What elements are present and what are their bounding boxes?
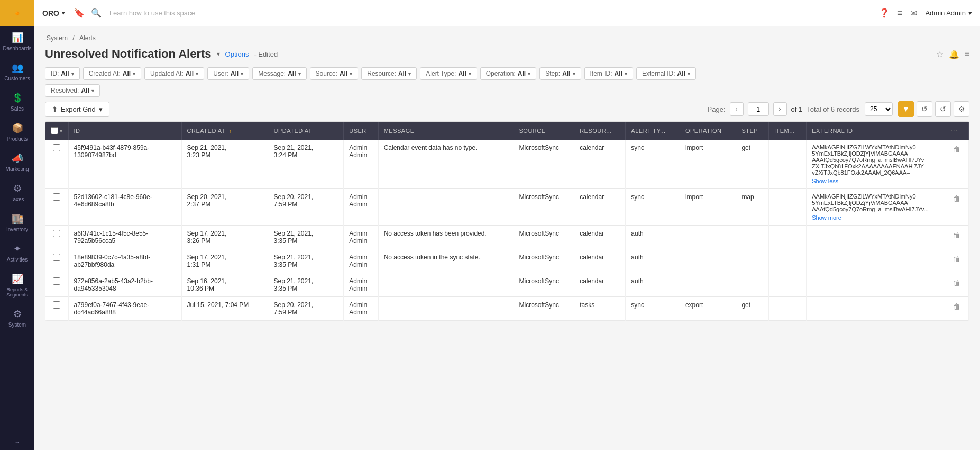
row-checkbox[interactable]: [53, 144, 60, 151]
select-all-checkbox[interactable]: [51, 127, 58, 134]
table-row: a799ef0a-7467-4f43-9eae-dc44ad66a888 Jul…: [45, 297, 969, 321]
per-page-select[interactable]: 25 50 100: [865, 102, 893, 116]
sidebar-item-activities[interactable]: ✦ Activities: [0, 238, 34, 268]
sidebar-item-sales[interactable]: 💲 Sales: [0, 87, 34, 117]
sidebar-item-dashboards[interactable]: 📊 Dashboards: [0, 26, 34, 57]
page-input[interactable]: [748, 102, 769, 116]
filter-item-id[interactable]: Item ID: All ▾: [584, 67, 633, 80]
row-checkbox-cell[interactable]: [45, 249, 68, 273]
sidebar-item-products[interactable]: 📦 Products: [0, 117, 34, 147]
filter-resource[interactable]: Resource: All ▾: [361, 67, 417, 80]
filter-created-at[interactable]: Created At: All ▾: [83, 67, 141, 80]
export-grid-button[interactable]: ⬆ Export Grid ▾: [45, 102, 109, 117]
show-more-link[interactable]: Show more: [812, 214, 939, 221]
topbar-right: ❓ ≡ ✉ Admin Admin ▾: [879, 8, 972, 18]
sidebar-item-marketing[interactable]: 📣 Marketing: [0, 147, 34, 177]
delete-button[interactable]: 🗑: [950, 254, 963, 264]
row-checkbox[interactable]: [53, 301, 60, 309]
options-link[interactable]: Options: [225, 50, 249, 58]
search-icon[interactable]: 🔍: [91, 8, 102, 18]
show-less-link[interactable]: Show less: [812, 178, 939, 184]
row-id: 972e856a-2ab5-43a2-b2bb-da9453353048: [68, 273, 181, 297]
help-icon[interactable]: ❓: [879, 8, 890, 18]
page-label: Page:: [708, 105, 726, 113]
row-resource: calendar: [574, 189, 626, 226]
bookmark-icon[interactable]: 🔖: [74, 8, 85, 18]
col-header-id[interactable]: ID: [68, 122, 181, 140]
filter-resolved[interactable]: Resolved: All ▾: [45, 84, 100, 97]
delete-button[interactable]: 🗑: [950, 230, 963, 240]
row-checkbox-cell[interactable]: [45, 140, 68, 189]
row-external-id: [807, 297, 945, 321]
menu-button[interactable]: ≡: [965, 49, 969, 59]
col-header-message[interactable]: MESSAGE: [378, 122, 514, 140]
filter-step[interactable]: Step: All ▾: [539, 67, 581, 80]
sidebar-label-taxes: Taxes: [10, 196, 24, 202]
brand-section[interactable]: ORO ▾: [42, 9, 65, 17]
col-header-item-id[interactable]: ITEM...: [768, 122, 806, 140]
sidebar-logo[interactable]: 🔸: [0, 0, 34, 26]
row-checkbox[interactable]: [53, 277, 60, 285]
col-header-updated-at[interactable]: UPDATED AT: [268, 122, 344, 140]
col-header-step[interactable]: STEP: [736, 122, 769, 140]
mail-icon[interactable]: ✉: [910, 8, 917, 18]
header-dropdown-arrow[interactable]: ▾: [60, 128, 63, 134]
row-checkbox[interactable]: [53, 230, 60, 237]
sidebar-item-system[interactable]: ⚙ System: [0, 303, 34, 333]
filter-message[interactable]: Message: All ▾: [252, 67, 306, 80]
row-message: [378, 189, 514, 226]
filter-updated-at[interactable]: Updated At: All ▾: [144, 67, 204, 80]
filter-id[interactable]: ID: All ▾: [45, 67, 80, 80]
row-item-id: [768, 140, 806, 189]
col-header-operation[interactable]: OPERATION: [680, 122, 736, 140]
sidebar-item-taxes[interactable]: ⚙ Taxes: [0, 177, 34, 208]
delete-button[interactable]: 🗑: [950, 193, 963, 204]
col-header-resource[interactable]: RESOUR...: [574, 122, 626, 140]
filter-user[interactable]: User: All ▾: [207, 67, 249, 80]
sidebar: 🔸 📊 Dashboards 👥 Customers 💲 Sales 📦 Pro…: [0, 0, 34, 450]
row-checkbox-cell[interactable]: [45, 189, 68, 226]
star-button[interactable]: ☆: [936, 49, 944, 59]
sidebar-item-customers[interactable]: 👥 Customers: [0, 57, 34, 87]
page-title: Unresolved Notification Alerts: [45, 47, 212, 61]
delete-button[interactable]: 🗑: [950, 301, 963, 312]
row-external-id: AAMkAGFINjlIZGZiLWYxMTAtNDlmNy05YmExLTBk…: [807, 140, 945, 189]
filter-alert-type[interactable]: Alert Type: All ▾: [420, 67, 477, 80]
settings-button[interactable]: ⚙: [954, 101, 969, 117]
page-title-dropdown[interactable]: ▾: [217, 50, 220, 58]
col-header-source[interactable]: SOURCE: [514, 122, 574, 140]
user-menu[interactable]: Admin Admin ▾: [925, 9, 972, 17]
sidebar-label-reports: Reports &Segments: [6, 287, 28, 298]
breadcrumb-system: System: [47, 34, 68, 42]
column-options-button[interactable]: ···: [950, 126, 957, 136]
row-checkbox[interactable]: [53, 193, 60, 201]
refresh-button[interactable]: ↺: [917, 101, 932, 117]
row-actions: 🗑: [945, 140, 969, 189]
bell-button[interactable]: 🔔: [949, 49, 959, 59]
reset-button[interactable]: ↺: [935, 101, 951, 117]
sidebar-item-reports[interactable]: 📈 Reports &Segments: [0, 268, 34, 303]
select-all-header[interactable]: ▾: [45, 122, 68, 140]
sidebar-item-inventory[interactable]: 🏬 Inventory: [0, 208, 34, 238]
filter-source[interactable]: Source: All ▾: [310, 67, 359, 80]
prev-page-button[interactable]: ‹: [730, 102, 744, 116]
col-header-external-id[interactable]: EXTERNAL ID: [807, 122, 945, 140]
row-actions: 🗑: [945, 297, 969, 321]
row-checkbox-cell[interactable]: [45, 297, 68, 321]
delete-button[interactable]: 🗑: [950, 277, 963, 288]
filter-action-button[interactable]: ▼: [898, 101, 914, 117]
row-checkbox-cell[interactable]: [45, 273, 68, 297]
col-header-created-at[interactable]: CREATED AT ↑: [181, 122, 268, 140]
row-checkbox[interactable]: [53, 254, 60, 261]
sidebar-expand-section[interactable]: →: [0, 434, 34, 450]
filter-external-id[interactable]: External ID: All ▾: [636, 67, 696, 80]
menu-icon[interactable]: ≡: [897, 8, 902, 18]
sidebar-label-dashboards: Dashboards: [3, 46, 32, 51]
filter-operation[interactable]: Operation: All ▾: [480, 67, 536, 80]
next-page-button[interactable]: ›: [773, 102, 787, 116]
col-header-user[interactable]: USER: [344, 122, 378, 140]
col-header-alert-type[interactable]: ALERT TY...: [626, 122, 680, 140]
delete-button[interactable]: 🗑: [950, 144, 963, 155]
row-checkbox-cell[interactable]: [45, 226, 68, 249]
row-resource: tasks: [574, 297, 626, 321]
